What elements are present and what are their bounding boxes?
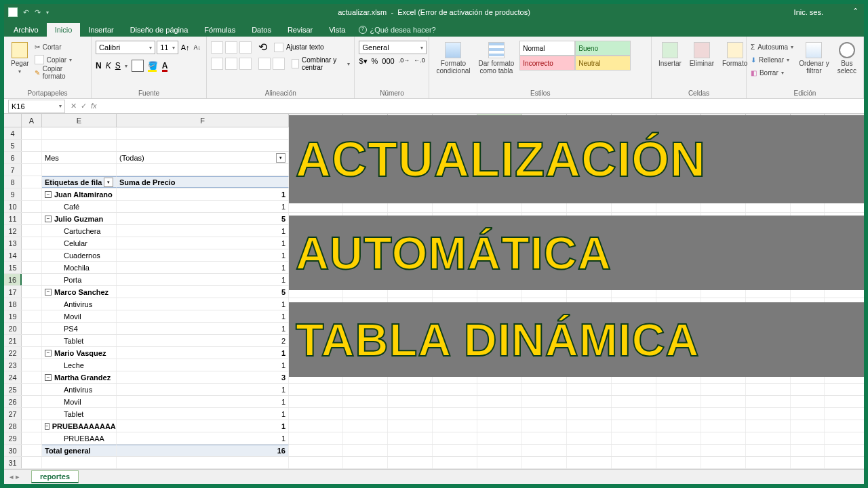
cell-E7[interactable] bbox=[42, 164, 117, 176]
cell-O29[interactable] bbox=[656, 432, 701, 444]
cell-R30[interactable] bbox=[791, 445, 825, 456]
cell-Q26[interactable] bbox=[746, 396, 791, 407]
cell-F30[interactable]: 16 bbox=[117, 445, 289, 456]
cell-E15[interactable]: Mochila bbox=[42, 262, 117, 273]
cell-F27[interactable]: 1 bbox=[117, 408, 289, 420]
cell-E29[interactable]: PRUEBAAA bbox=[42, 432, 117, 444]
decrease-decimal-button[interactable]: ←.0 bbox=[414, 57, 425, 66]
cell-Q31[interactable] bbox=[746, 457, 791, 468]
cell-E27[interactable]: Tablet bbox=[42, 408, 117, 420]
cell-G25[interactable] bbox=[289, 384, 343, 395]
cell-A30[interactable] bbox=[22, 445, 42, 456]
cell-G27[interactable] bbox=[289, 408, 343, 420]
cell-F8[interactable]: Suma de Precio bbox=[117, 176, 289, 188]
cell-G31[interactable] bbox=[289, 457, 343, 468]
insertar-celda-button[interactable]: Insertar bbox=[656, 41, 684, 68]
cell-Q29[interactable] bbox=[746, 432, 791, 444]
cell-F23[interactable]: 1 bbox=[117, 359, 289, 371]
cell-R31[interactable] bbox=[791, 457, 825, 468]
cell-F29[interactable]: 1 bbox=[117, 432, 289, 444]
row-header[interactable]: 8 bbox=[4, 176, 22, 188]
cell-J31[interactable] bbox=[433, 457, 477, 468]
cell-O27[interactable] bbox=[656, 408, 701, 420]
cell-L26[interactable] bbox=[522, 396, 567, 407]
name-box[interactable]: K16▾ bbox=[8, 100, 65, 113]
cell-O31[interactable] bbox=[656, 457, 701, 468]
redo-icon[interactable]: ↷ bbox=[35, 8, 41, 17]
cell-E22[interactable]: −Mario Vasquez bbox=[42, 347, 117, 359]
row-header[interactable]: 22 bbox=[4, 347, 22, 359]
row-header[interactable]: 10 bbox=[4, 201, 22, 212]
cell-F26[interactable]: 1 bbox=[117, 396, 289, 407]
cell-E31[interactable] bbox=[42, 457, 117, 468]
cell-K30[interactable] bbox=[477, 445, 522, 456]
cell-E28[interactable]: −PRUEBAAAAAAA bbox=[42, 420, 117, 432]
collapse-icon[interactable]: − bbox=[45, 423, 50, 430]
cell-A14[interactable] bbox=[22, 249, 42, 261]
cell-F14[interactable]: 1 bbox=[117, 249, 289, 261]
cell-E26[interactable]: Movil bbox=[42, 396, 117, 407]
cell-A9[interactable] bbox=[22, 188, 42, 200]
rellenar-button[interactable]: ⬇Rellenar▾ bbox=[751, 54, 793, 66]
sheet-tab-reportes[interactable]: reportes bbox=[31, 470, 79, 483]
cell-L29[interactable] bbox=[522, 432, 567, 444]
cell-A25[interactable] bbox=[22, 384, 42, 395]
orientation-button[interactable]: ⟲ bbox=[258, 41, 267, 54]
row-header[interactable]: 16 bbox=[4, 274, 22, 285]
row-header[interactable]: 14 bbox=[4, 249, 22, 261]
cell-M28[interactable] bbox=[567, 420, 612, 432]
cell-K27[interactable] bbox=[477, 408, 522, 420]
cell-K26[interactable] bbox=[477, 396, 522, 407]
collapse-icon[interactable]: − bbox=[45, 374, 52, 381]
tab-formulas[interactable]: Fórmulas bbox=[196, 23, 243, 37]
cell-G28[interactable] bbox=[289, 420, 343, 432]
cell-E16[interactable]: Porta bbox=[42, 274, 117, 285]
row-header[interactable]: 18 bbox=[4, 298, 22, 310]
cell-K29[interactable] bbox=[477, 432, 522, 444]
borrar-button[interactable]: ◧Borrar▾ bbox=[751, 66, 793, 79]
cell-O30[interactable] bbox=[656, 445, 701, 456]
align-bottom-button[interactable] bbox=[239, 41, 252, 54]
row-header[interactable]: 25 bbox=[4, 384, 22, 395]
cell-R26[interactable] bbox=[791, 396, 825, 407]
cell-M25[interactable] bbox=[567, 384, 612, 395]
cell-A29[interactable] bbox=[22, 432, 42, 444]
accept-formula-icon[interactable]: ✓ bbox=[81, 102, 87, 110]
row-header[interactable]: 28 bbox=[4, 420, 22, 432]
cell-O26[interactable] bbox=[656, 396, 701, 407]
cell-R28[interactable] bbox=[791, 420, 825, 432]
cell-N30[interactable] bbox=[612, 445, 656, 456]
cell-A8[interactable] bbox=[22, 176, 42, 188]
cell-A16[interactable] bbox=[22, 274, 42, 285]
decrease-font-button[interactable]: A↓ bbox=[193, 44, 203, 51]
cancel-formula-icon[interactable]: ✕ bbox=[71, 102, 77, 110]
row-header[interactable]: 29 bbox=[4, 432, 22, 444]
cell-J28[interactable] bbox=[433, 420, 477, 432]
cell-R25[interactable] bbox=[791, 384, 825, 395]
row-header[interactable]: 19 bbox=[4, 310, 22, 322]
cell-E21[interactable]: Tablet bbox=[42, 335, 117, 346]
currency-button[interactable]: $▾ bbox=[359, 57, 367, 66]
cell-N29[interactable] bbox=[612, 432, 656, 444]
cell-A27[interactable] bbox=[22, 408, 42, 420]
ordenar-filtrar-button[interactable]: Ordenar y filtrar bbox=[796, 41, 831, 76]
cell-Q30[interactable] bbox=[746, 445, 791, 456]
cell-E20[interactable]: PS4 bbox=[42, 323, 117, 334]
sheet-nav-arrows[interactable]: ◂ ▸ bbox=[9, 472, 20, 481]
cell-Q28[interactable] bbox=[746, 420, 791, 432]
cell-A11[interactable] bbox=[22, 213, 42, 224]
cell-P27[interactable] bbox=[701, 408, 746, 420]
column-header-F[interactable]: F bbox=[117, 114, 289, 127]
cell-A6[interactable] bbox=[22, 152, 42, 163]
cell-styles-gallery[interactable]: Normal Bueno Incorrecto Neutral bbox=[519, 41, 635, 70]
cell-A22[interactable] bbox=[22, 347, 42, 359]
cell-F25[interactable]: 1 bbox=[117, 384, 289, 395]
cell-A26[interactable] bbox=[22, 396, 42, 407]
cell-E13[interactable]: Celular bbox=[42, 237, 117, 249]
cell-F13[interactable]: 1 bbox=[117, 237, 289, 249]
cell-J25[interactable] bbox=[433, 384, 477, 395]
cell-E25[interactable]: Antivirus bbox=[42, 384, 117, 395]
align-top-button[interactable] bbox=[211, 41, 223, 54]
cell-F12[interactable]: 1 bbox=[117, 225, 289, 237]
cell-J27[interactable] bbox=[433, 408, 477, 420]
